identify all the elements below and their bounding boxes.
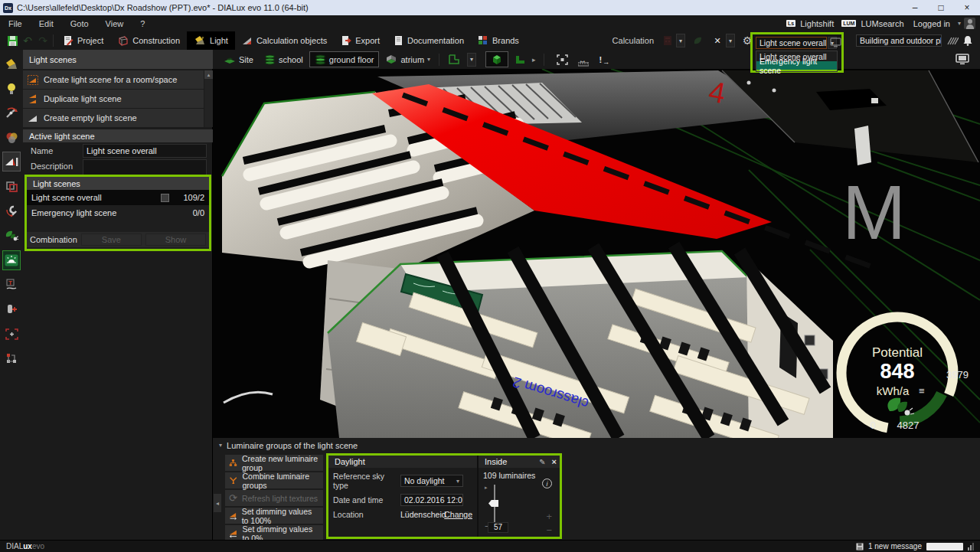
ruler-icon xyxy=(578,62,589,67)
nav-room-button[interactable]: atrium ▾ xyxy=(381,51,435,67)
create-scene-room-button[interactable]: Create light scene for a room/space xyxy=(23,70,204,89)
filter-colors-tool[interactable] xyxy=(2,128,21,148)
dimming-value[interactable]: 57 xyxy=(488,522,508,533)
joints-tool[interactable] xyxy=(2,103,21,123)
frame-plus-icon xyxy=(5,328,18,340)
floorplan-dropdown-arrow[interactable]: ▾ xyxy=(467,53,476,67)
energy-tool[interactable] xyxy=(2,226,21,246)
room-dropdown-icon[interactable]: ▾ xyxy=(427,56,430,63)
tab-brands[interactable]: Brands xyxy=(471,31,526,50)
avatar[interactable] xyxy=(964,18,975,29)
start-calculation-button[interactable] xyxy=(660,34,675,47)
maximize-button[interactable]: □ xyxy=(928,0,954,15)
light-scene-options: Light scene overall Emergency light scen… xyxy=(756,51,838,72)
zoom-fit-button[interactable] xyxy=(552,51,573,67)
light-scene-select[interactable]: Light scene overall xyxy=(756,37,827,49)
sky-type-select[interactable]: No daylight ▾ xyxy=(400,475,463,487)
energy-report-button[interactable] xyxy=(690,34,705,47)
surface-hatch-button[interactable] xyxy=(945,34,960,47)
view-section-button[interactable] xyxy=(510,51,531,67)
scene-row-overall[interactable]: Light scene overall 109/2 xyxy=(27,190,209,205)
decrease-icon[interactable]: − xyxy=(546,524,552,536)
annotate-button[interactable]: ! → xyxy=(595,51,615,67)
luminaires-tool[interactable] xyxy=(2,54,21,74)
site-icon xyxy=(224,55,236,64)
increase-icon[interactable]: + xyxy=(546,511,552,522)
list-scrollbar[interactable]: ▴ xyxy=(204,70,213,127)
datetime-select[interactable]: 02.02.2016 12:00 ▾ xyxy=(400,494,463,506)
dimming-slider-handle[interactable] xyxy=(488,500,498,507)
floorplan-view-button[interactable] xyxy=(443,51,465,67)
copy-arrange-tool[interactable] xyxy=(2,177,21,197)
save-icon xyxy=(7,35,18,47)
menu-edit[interactable]: Edit xyxy=(31,19,62,28)
tab-documentation[interactable]: Documentation xyxy=(387,31,471,50)
maintenance-tool[interactable] xyxy=(2,201,21,221)
text-labels-tool[interactable]: T xyxy=(2,275,21,295)
lightshift-button[interactable]: Lightshift xyxy=(800,19,834,28)
message-counter[interactable]: 1 new message xyxy=(868,542,922,550)
close-button[interactable]: × xyxy=(954,0,980,15)
menu-help[interactable]: ? xyxy=(132,19,153,28)
scene-name-input[interactable] xyxy=(83,144,207,158)
close-group-icon[interactable]: × xyxy=(552,457,557,466)
redo-icon[interactable]: ↷ xyxy=(35,34,51,47)
calculation-dropdown-arrow[interactable]: ▾ xyxy=(676,34,685,47)
create-luminaire-group-button[interactable]: Create new luminaire group xyxy=(225,455,323,471)
measure-button[interactable]: ↔ xyxy=(574,51,593,67)
tab-project[interactable]: Project xyxy=(56,31,110,50)
save-button[interactable] xyxy=(5,34,20,47)
display-options-button[interactable] xyxy=(951,51,974,67)
logged-in-button[interactable]: Logged in xyxy=(913,19,950,28)
floorplan-icon xyxy=(448,54,460,65)
lamps-tool[interactable] xyxy=(2,79,21,99)
menu-goto[interactable]: Goto xyxy=(62,19,97,28)
scene-row-emergency[interactable]: Emergency light scene 0/0 xyxy=(27,205,209,220)
nav-site-button[interactable]: Site xyxy=(219,51,258,67)
logged-in-dropdown-icon[interactable]: ▾ xyxy=(958,20,961,27)
combination-show-button[interactable]: Show xyxy=(145,234,206,246)
minimize-button[interactable]: – xyxy=(902,0,928,15)
daylight-tool[interactable] xyxy=(2,250,21,270)
dimming-100-button[interactable]: Set dimming values to 100% xyxy=(225,508,323,524)
view-mode-select[interactable]: Building and outdoor pla... ▾ xyxy=(856,34,942,47)
scene-checkbox[interactable] xyxy=(161,194,169,202)
menu-file[interactable]: File xyxy=(0,19,31,28)
gauge-menu-icon[interactable]: ≡ xyxy=(919,385,925,397)
cancel-calculation-button[interactable]: ✕ xyxy=(710,34,725,47)
nav-storey-button[interactable]: ground floor xyxy=(309,51,380,67)
edit-group-icon[interactable]: ✎ xyxy=(539,458,545,466)
undo-icon[interactable]: ↶ xyxy=(20,34,35,47)
notifications-button[interactable] xyxy=(960,34,975,47)
view-3d-button[interactable] xyxy=(485,51,508,67)
lumsearch-button[interactable]: LUMsearch xyxy=(861,19,903,28)
tab-calculation-objects[interactable]: Calculation objects xyxy=(235,31,334,50)
light-scenes-tool[interactable] xyxy=(2,152,21,171)
menu-view[interactable]: View xyxy=(97,19,132,28)
scene-preview-button[interactable] xyxy=(830,38,841,48)
scroll-up-icon[interactable]: ▴ xyxy=(204,70,213,79)
tab-light[interactable]: Light xyxy=(187,31,235,50)
panel-collapse-icon[interactable]: ▾ xyxy=(219,442,222,449)
location-value: Lüdenscheid xyxy=(400,510,440,519)
apertures-tool[interactable] xyxy=(2,324,21,344)
groups-tool[interactable] xyxy=(2,348,21,368)
nav-building-button[interactable]: school xyxy=(260,51,308,67)
duplicate-scene-button[interactable]: Duplicate light scene xyxy=(23,90,204,108)
combination-save-button[interactable]: Save xyxy=(81,234,142,246)
tab-export[interactable]: Export xyxy=(334,31,387,50)
dimming-0-button[interactable]: Set dimming values to 0% xyxy=(225,525,323,541)
panel-collapse-button[interactable]: ◂ xyxy=(214,494,221,512)
section-expand-icon[interactable]: ▸ xyxy=(532,56,536,64)
create-empty-scene-button[interactable]: Create empty light scene xyxy=(23,109,204,127)
tab-construction[interactable]: Construction xyxy=(110,31,187,50)
option-emergency-light-scene[interactable]: Emergency light scene xyxy=(756,61,837,71)
refresh-light-textures-button[interactable]: ⟳ Refresh light textures xyxy=(225,490,323,506)
change-location-link[interactable]: Change xyxy=(444,510,472,519)
viewport-3d[interactable]: 4 M xyxy=(213,69,980,438)
luminaire-groups-panel: ▾ Luminaire groups of the light scene Cr… xyxy=(213,438,980,540)
combine-luminaire-groups-button[interactable]: Combine luminaire groups xyxy=(225,472,323,488)
columns-tool[interactable] xyxy=(2,299,21,319)
info-icon[interactable]: i xyxy=(542,479,552,488)
cancel-dropdown-arrow[interactable]: ▾ xyxy=(726,34,735,47)
